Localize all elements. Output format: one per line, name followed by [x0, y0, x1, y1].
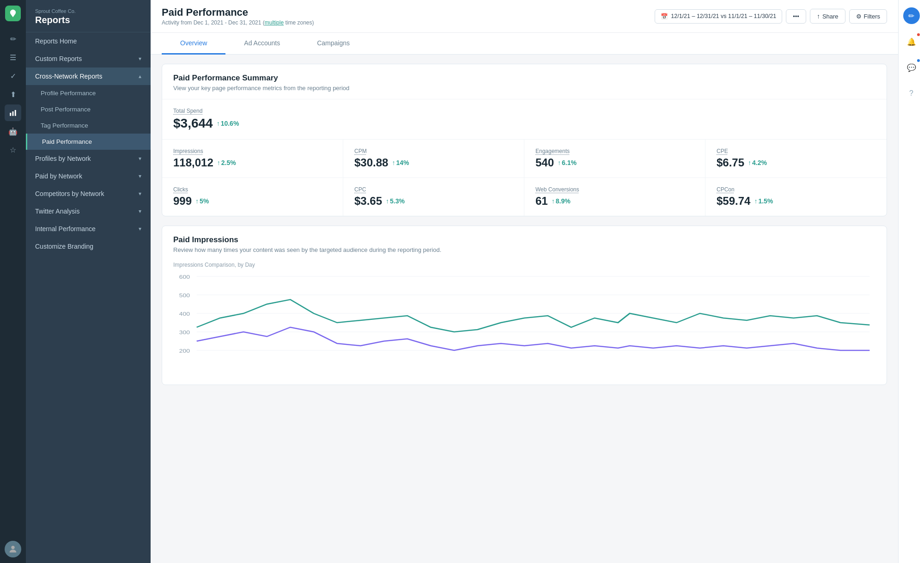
right-rail: ✏ 🔔 💬 ?: [898, 0, 924, 563]
metrics-row-2: Clicks 999 ↑ 5% CPC $3.65 ↑ 5.3% Web Con…: [162, 178, 887, 216]
sidebar-sub-profile-performance[interactable]: Profile Performance: [26, 85, 151, 101]
top-bar-right: 📅 12/1/21 – 12/31/21 vs 11/1/21 – 11/30/…: [655, 9, 887, 24]
chart-desc: Review how many times your content was s…: [173, 246, 875, 253]
svg-rect-2: [15, 110, 16, 116]
top-bar-left: Paid Performance Activity from Dec 1, 20…: [162, 6, 314, 26]
impressions-chart-svg: 600 500 400 300 200: [173, 272, 875, 373]
icon-rail: ✏ ☰ ✓ ⬆ 🤖 ☆: [0, 0, 26, 563]
calendar-icon: 📅: [661, 13, 668, 20]
share-icon: ↑: [817, 12, 820, 20]
nav-reports-icon[interactable]: [5, 104, 21, 121]
metric-cpc: CPC $3.65 ↑ 5.3%: [343, 178, 524, 216]
sidebar: Sprout Coffee Co. Reports Reports Home C…: [26, 0, 151, 563]
metric-engagements: Engagements 540 ↑ 6.1%: [524, 140, 705, 177]
svg-text:600: 600: [179, 274, 190, 280]
svg-text:300: 300: [179, 330, 190, 335]
svg-rect-0: [10, 113, 11, 116]
impressions-chart-card: Paid Impressions Review how many times y…: [162, 226, 887, 385]
summary-card: Paid Performance Summary View your key p…: [162, 64, 887, 216]
sidebar-item-customize-branding[interactable]: Customize Branding: [26, 238, 151, 255]
nav-publish-icon[interactable]: ⬆: [5, 86, 21, 103]
company-name: Sprout Coffee Co.: [35, 8, 141, 14]
metric-cpcon: CPCon $59.74 ↑ 1.5%: [705, 178, 887, 216]
notification-badge: [916, 32, 921, 37]
page-title: Paid Performance: [162, 6, 314, 18]
svg-text:200: 200: [179, 348, 190, 354]
sidebar-sub-post-performance[interactable]: Post Performance: [26, 101, 151, 117]
svg-rect-1: [12, 111, 14, 116]
svg-text:500: 500: [179, 293, 190, 298]
summary-card-desc: View your key page performance metrics f…: [173, 85, 875, 92]
more-options-button[interactable]: •••: [786, 9, 806, 24]
engagements-change: ↑ 6.1%: [558, 159, 577, 166]
chart-container: 600 500 400 300 200: [162, 272, 887, 385]
sidebar-item-reports-home[interactable]: Reports Home: [26, 32, 151, 50]
compose-button[interactable]: ✏: [903, 7, 920, 24]
nav-bot-icon[interactable]: 🤖: [5, 123, 21, 140]
sidebar-item-custom-reports[interactable]: Custom Reports ▾: [26, 50, 151, 67]
total-spend-value: $3,644 ↑ 10.6%: [173, 116, 875, 131]
chart-header: Paid Impressions Review how many times y…: [162, 226, 887, 258]
content-area: Paid Performance Summary View your key p…: [151, 55, 898, 563]
sidebar-sub-tag-performance[interactable]: Tag Performance: [26, 117, 151, 134]
summary-card-title: Paid Performance Summary: [173, 73, 875, 83]
total-spend-row: Total Spend $3,644 ↑ 10.6%: [162, 99, 887, 140]
sidebar-item-twitter-analysis[interactable]: Twitter Analysis ▾: [26, 202, 151, 220]
sidebar-item-cross-network[interactable]: Cross-Network Reports ▴: [26, 67, 151, 85]
cpe-change: ↑ 4.2%: [748, 159, 767, 166]
chat-icon[interactable]: 💬: [903, 59, 920, 76]
help-icon[interactable]: ?: [903, 85, 920, 102]
clicks-change: ↑ 5%: [195, 197, 209, 205]
chat-badge: [916, 58, 921, 63]
chevron-down-icon: ▾: [139, 55, 141, 62]
impressions-change: ↑ 2.5%: [217, 159, 236, 166]
total-spend-change: ↑ 10.6%: [217, 120, 239, 127]
nav-compose-icon[interactable]: ✏: [5, 31, 21, 47]
share-button[interactable]: ↑ Share: [810, 9, 845, 24]
metric-impressions: Impressions 118,012 ↑ 2.5%: [162, 140, 343, 177]
summary-card-header: Paid Performance Summary View your key p…: [162, 64, 887, 99]
sidebar-header: Sprout Coffee Co. Reports: [26, 0, 151, 32]
chevron-down-icon: ▾: [139, 208, 141, 214]
sidebar-section-title: Reports: [35, 15, 141, 25]
chevron-down-icon: ▾: [139, 173, 141, 179]
tab-campaigns[interactable]: Campaigns: [298, 33, 368, 55]
cpcon-change: ↑ 1.5%: [754, 197, 773, 205]
sidebar-sub-paid-performance[interactable]: Paid Performance: [26, 134, 151, 150]
chevron-down-icon: ▾: [139, 190, 141, 197]
logo: [5, 6, 21, 21]
tab-overview[interactable]: Overview: [162, 33, 225, 55]
sidebar-item-competitors-by-network[interactable]: Competitors by Network ▾: [26, 185, 151, 202]
cpc-change: ↑ 5.3%: [386, 197, 405, 205]
multiple-timezones-link[interactable]: multiple: [265, 19, 284, 26]
metric-clicks: Clicks 999 ↑ 5%: [162, 178, 343, 216]
sidebar-item-internal-performance[interactable]: Internal Performance ▾: [26, 220, 151, 238]
tabs-bar: Overview Ad Accounts Campaigns: [151, 33, 898, 55]
main-content: Paid Performance Activity from Dec 1, 20…: [151, 0, 898, 563]
tab-ad-accounts[interactable]: Ad Accounts: [225, 33, 298, 55]
user-avatar[interactable]: [5, 541, 21, 557]
svg-text:400: 400: [179, 311, 190, 317]
nav-tasks-icon[interactable]: ✓: [5, 67, 21, 84]
metric-web-conversions: Web Conversions 61 ↑ 8.9%: [524, 178, 705, 216]
filter-icon: ⚙: [856, 13, 862, 20]
total-spend-label: Total Spend: [173, 108, 875, 114]
sidebar-item-profiles-by-network[interactable]: Profiles by Network ▾: [26, 150, 151, 167]
sidebar-item-paid-by-network[interactable]: Paid by Network ▾: [26, 167, 151, 185]
cpm-change: ↑ 14%: [392, 159, 409, 166]
date-range-button[interactable]: 📅 12/1/21 – 12/31/21 vs 11/1/21 – 11/30/…: [655, 9, 782, 24]
chevron-up-icon: ▴: [139, 73, 141, 80]
metric-cpe: CPE $6.75 ↑ 4.2%: [705, 140, 887, 177]
svg-point-3: [11, 546, 14, 549]
metrics-row-1: Impressions 118,012 ↑ 2.5% CPM $30.88 ↑ …: [162, 140, 887, 178]
top-bar: Paid Performance Activity from Dec 1, 20…: [151, 0, 898, 33]
chart-title: Paid Impressions: [173, 235, 875, 245]
nav-inbox-icon[interactable]: ☰: [5, 49, 21, 66]
page-subtitle: Activity from Dec 1, 2021 - Dec 31, 2021…: [162, 19, 314, 26]
metric-cpm: CPM $30.88 ↑ 14%: [343, 140, 524, 177]
filters-button[interactable]: ⚙ Filters: [849, 9, 887, 24]
chart-subtitle: Impressions Comparison, by Day: [162, 258, 887, 272]
notifications-icon[interactable]: 🔔: [903, 33, 920, 50]
chevron-down-icon: ▾: [139, 155, 141, 162]
nav-star-icon[interactable]: ☆: [5, 141, 21, 158]
